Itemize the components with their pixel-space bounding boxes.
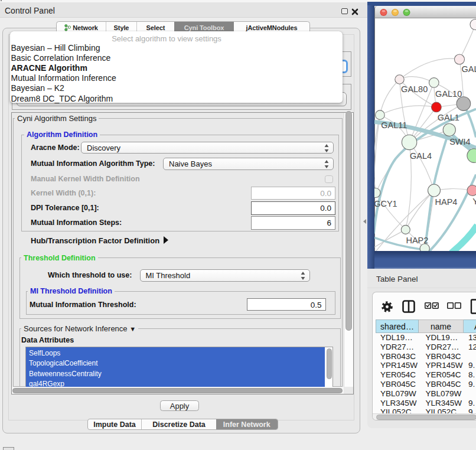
svg-text:SWI4: SWI4	[449, 136, 470, 146]
svg-text:GAL7: GAL7	[461, 64, 476, 74]
svg-text:GAL10: GAL10	[435, 89, 462, 98]
svg-text:Y: Y	[472, 197, 476, 206]
svg-text:GAL4: GAL4	[410, 151, 432, 160]
svg-text:GCY1: GCY1	[374, 198, 397, 208]
svg-text:HAP2: HAP2	[406, 235, 428, 244]
svg-text:GAL80: GAL80	[401, 84, 428, 94]
svg-text:GAL11: GAL11	[381, 120, 407, 130]
svg-text:GAL1: GAL1	[438, 113, 459, 122]
svg-text:HAP4: HAP4	[435, 197, 458, 206]
